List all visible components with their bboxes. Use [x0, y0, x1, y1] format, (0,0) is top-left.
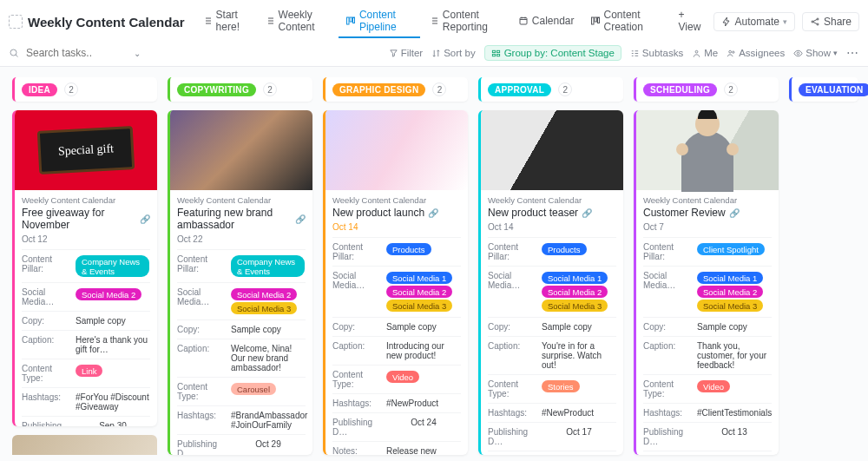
- toolbar-right: Filter Sort by Group by: Content Stage S…: [389, 45, 859, 61]
- top-actions: Automate ▾ Share: [713, 12, 859, 31]
- lbl-pub: Publishing D…: [22, 421, 72, 426]
- svg-point-15: [695, 50, 698, 53]
- tab-content-reporting[interactable]: Content Reporting: [422, 5, 510, 38]
- app-title: Weekly Content Calendar: [9, 15, 185, 30]
- column-approval: APPROVAL2Weekly Content CalendarNew prod…: [478, 77, 623, 455]
- subtasks-button[interactable]: Subtasks: [630, 48, 683, 58]
- svg-rect-12: [496, 50, 499, 52]
- card-meta: Weekly Content CalendarNew product tease…: [481, 190, 623, 455]
- me-button[interactable]: Me: [692, 48, 718, 58]
- task-card[interactable]: Weekly Content CalendarNew product tease…: [478, 110, 623, 455]
- lbl-social: Social Media…: [332, 271, 383, 290]
- show-label: Show: [806, 48, 831, 58]
- pub-value: Oct 24: [386, 418, 461, 427]
- social-tag: Social Media 3: [231, 302, 297, 314]
- svg-rect-1: [350, 17, 352, 22]
- lbl-hash: Hashtags:: [332, 398, 383, 408]
- pub-value: Sep 30: [76, 421, 150, 426]
- pillar-tag: Products: [386, 243, 431, 255]
- social-tag: Social Media 3: [542, 300, 608, 312]
- caption-value: Here's a thank you gift for…: [76, 335, 150, 354]
- attachment-icon: 🔗: [729, 208, 740, 218]
- group-by-label: Group by: Content Stage: [504, 48, 615, 58]
- social-tag: Social Media 2: [231, 288, 297, 300]
- svg-rect-0: [346, 17, 349, 24]
- tab-content-creation[interactable]: Content Creation: [583, 5, 667, 38]
- svg-rect-2: [352, 17, 354, 23]
- column-header[interactable]: COPYWRITING2: [168, 77, 312, 102]
- more-menu-button[interactable]: ⋯: [846, 46, 859, 60]
- social-tag: Social Media 1: [697, 272, 763, 284]
- me-label: Me: [704, 48, 718, 58]
- lbl-copy: Copy:: [488, 322, 538, 332]
- hashtags-value: #ClientTestimonials: [697, 408, 772, 418]
- list-icon: [429, 16, 439, 26]
- count-badge: 2: [558, 82, 572, 96]
- svg-rect-4: [591, 17, 594, 24]
- column-header[interactable]: IDEA2: [12, 77, 157, 102]
- task-card[interactable]: Weekly Content CalendarCustomer Review 🔗…: [634, 110, 779, 455]
- tab-weekly-content[interactable]: Weekly Content: [258, 5, 337, 38]
- svg-point-17: [733, 50, 734, 52]
- calendar-icon: [518, 16, 529, 26]
- tab-label: Start here!: [216, 9, 249, 33]
- tab-content-pipeline[interactable]: Content Pipeline: [339, 5, 420, 38]
- attachment-icon: 🔗: [428, 208, 438, 218]
- chevron-down-icon[interactable]: ⌄: [134, 49, 141, 58]
- show-button[interactable]: Show ▾: [793, 48, 838, 58]
- column-graphic-design: GRAPHIC DESIGN2Weekly Content CalendarNe…: [323, 77, 468, 455]
- group-by-pill[interactable]: Group by: Content Stage: [484, 45, 621, 61]
- tab-calendar[interactable]: Calendar: [511, 5, 582, 38]
- column-header[interactable]: GRAPHIC DESIGN2: [323, 77, 468, 102]
- lbl-copy: Copy:: [643, 322, 694, 332]
- pillar-tag: Client Spotlight: [697, 243, 765, 255]
- column-header[interactable]: EVALUATION0: [789, 77, 858, 102]
- assignees-button[interactable]: Assignees: [727, 48, 785, 58]
- lbl-caption: Caption:: [488, 341, 538, 351]
- column-header[interactable]: SCHEDULING2: [634, 77, 779, 102]
- task-card[interactable]: Special giftWeekly Content CalendarFree …: [12, 110, 157, 426]
- column-evaluation: EVALUATION0: [789, 77, 858, 455]
- copy-value: Sample copy: [76, 316, 150, 326]
- breadcrumb: Weekly Content Calendar: [643, 195, 772, 205]
- pub-value: Oct 17: [542, 427, 616, 437]
- svg-rect-11: [492, 50, 495, 52]
- lbl-notes: Notes:: [332, 446, 383, 455]
- sort-button[interactable]: Sort by: [431, 48, 475, 58]
- filter-button[interactable]: Filter: [389, 48, 424, 58]
- count-badge: 2: [64, 82, 78, 96]
- lbl-social: Social Media…: [488, 271, 538, 290]
- card-meta: Weekly Content CalendarNew product launc…: [326, 190, 468, 455]
- lbl-pillar: Content Pillar:: [177, 254, 227, 273]
- svg-point-16: [729, 50, 732, 53]
- lbl-caption: Caption:: [177, 344, 227, 353]
- pub-value: Oct 13: [697, 427, 772, 437]
- social-tag: Social Media 2: [386, 286, 452, 298]
- task-card[interactable]: Weekly Content CalendarNew product launc…: [323, 110, 468, 455]
- ctype-tag: Video: [386, 371, 419, 383]
- lbl-caption: Caption:: [332, 341, 383, 351]
- card-date: Oct 22: [177, 234, 306, 244]
- card-title: Customer Review 🔗: [643, 207, 772, 219]
- svg-rect-13: [492, 54, 495, 56]
- social-tag: Social Media 1: [386, 272, 452, 284]
- share-button[interactable]: Share: [802, 12, 859, 31]
- tab-label: Calendar: [532, 15, 575, 27]
- pillar-tag: Products: [542, 243, 587, 255]
- app-title-text: Weekly Content Calendar: [28, 15, 185, 30]
- automate-button[interactable]: Automate ▾: [713, 12, 795, 31]
- stage-pill: COPYWRITING: [177, 83, 256, 96]
- toolbar: ⌄ Filter Sort by Group by: Content Stage…: [0, 42, 868, 67]
- share-label: Share: [824, 16, 852, 28]
- lbl-social: Social Media…: [22, 287, 72, 306]
- search-input[interactable]: [24, 46, 94, 60]
- column-header[interactable]: APPROVAL2: [478, 77, 623, 102]
- tab-start-here-[interactable]: Start here!: [195, 5, 256, 38]
- tab--view[interactable]: + View: [668, 5, 708, 38]
- card-date: Oct 14: [332, 222, 461, 232]
- card-cover: [170, 110, 312, 190]
- svg-point-18: [797, 52, 799, 55]
- task-card[interactable]: Weekly Content CalendarFeaturing new bra…: [168, 110, 312, 455]
- peek-card[interactable]: [12, 435, 157, 455]
- search-wrap[interactable]: ⌄: [9, 46, 141, 60]
